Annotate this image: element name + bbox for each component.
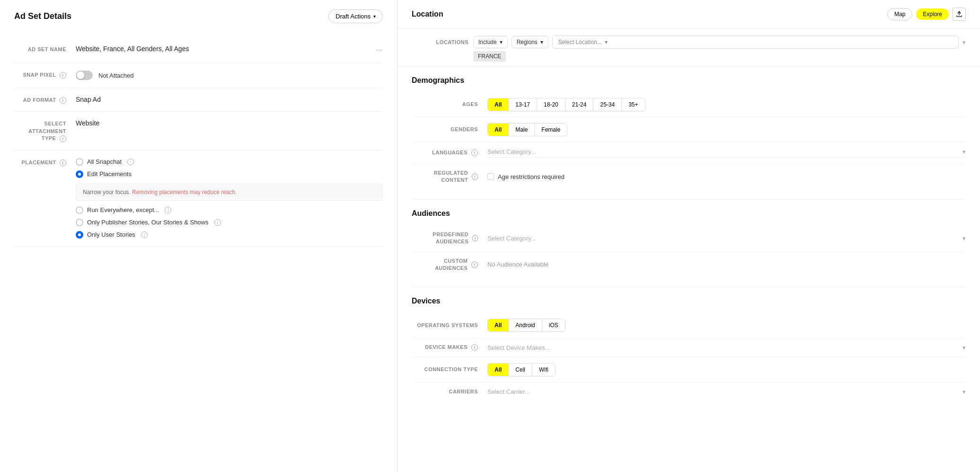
attachment-type-row: SELECT ATTACHMENT TYPE i Website bbox=[14, 112, 383, 150]
left-panel: Ad Set Details Draft Actions ▾ AD SET NA… bbox=[0, 0, 397, 472]
attachment-type-info-icon[interactable]: i bbox=[60, 135, 66, 142]
languages-placeholder[interactable]: Select Category... bbox=[487, 148, 536, 155]
attachment-type-label: SELECT ATTACHMENT TYPE i bbox=[14, 119, 76, 142]
connection-wifi-btn[interactable]: Wifi bbox=[532, 364, 555, 376]
user-stories-label: Only User Stories bbox=[87, 231, 135, 238]
connection-type-label: CONNECTION TYPE bbox=[412, 366, 487, 373]
age-13-17-btn[interactable]: 13-17 bbox=[509, 98, 537, 111]
predefined-chevron-icon: ▾ bbox=[962, 235, 966, 242]
custom-audiences-label: CUSTOM AUDIENCES i bbox=[412, 258, 487, 272]
placement-sub-options: Run Everywhere, except... i Only Publish… bbox=[76, 206, 383, 239]
explore-button[interactable]: Explore bbox=[916, 9, 949, 20]
placement-all-snapchat[interactable]: All Snapchat i bbox=[76, 158, 383, 166]
chevron-down-icon: ▾ bbox=[373, 14, 376, 19]
gender-female-btn[interactable]: Female bbox=[535, 124, 567, 136]
snap-pixel-info-icon[interactable]: i bbox=[60, 72, 66, 79]
languages-label: LANGUAGES i bbox=[412, 149, 487, 156]
connection-type-row: CONNECTION TYPE All Cell Wifi bbox=[412, 357, 966, 383]
right-panel: Location Map Explore LOCATIONS Include ▾ bbox=[397, 0, 980, 472]
genders-btn-group: All Male Female bbox=[487, 123, 567, 136]
devices-title: Devices bbox=[412, 297, 966, 305]
age-18-20-btn[interactable]: 18-20 bbox=[537, 98, 565, 111]
connection-type-btn-group: All Cell Wifi bbox=[487, 363, 556, 376]
connection-cell-btn[interactable]: Cell bbox=[509, 364, 532, 376]
age-restriction-checkbox-item[interactable]: Age restrictions required bbox=[487, 173, 565, 180]
all-snapchat-info-icon[interactable]: i bbox=[127, 159, 134, 165]
location-section: Location Map Explore LOCATIONS Include ▾ bbox=[397, 0, 980, 67]
ages-row: AGES All 13-17 18-20 21-24 25-34 35+ bbox=[412, 92, 966, 117]
connection-all-btn[interactable]: All bbox=[488, 364, 509, 376]
placement-user-stories[interactable]: Only User Stories i bbox=[76, 231, 383, 239]
predefined-audiences-label: PREDEFINED AUDIENCES i bbox=[412, 231, 487, 246]
publisher-stories-label: Only Publisher Stories, Our Stories & Sh… bbox=[87, 219, 209, 226]
ad-set-name-more[interactable]: ··· bbox=[376, 45, 383, 55]
panel-header: Ad Set Details Draft Actions ▾ bbox=[14, 9, 383, 23]
custom-audiences-info-icon[interactable]: i bbox=[471, 261, 478, 268]
placement-publisher-stories[interactable]: Only Publisher Stories, Our Stories & Sh… bbox=[76, 219, 383, 226]
location-header: Location Map Explore bbox=[397, 0, 980, 29]
location-actions: Map Explore bbox=[887, 8, 966, 21]
os-ios-btn[interactable]: iOS bbox=[542, 319, 565, 331]
gender-male-btn[interactable]: Male bbox=[509, 124, 535, 136]
export-icon bbox=[956, 11, 962, 18]
include-chevron-icon: ▾ bbox=[500, 39, 503, 45]
radio-user-stories bbox=[76, 231, 83, 239]
ad-format-info-icon[interactable]: i bbox=[60, 97, 66, 104]
age-35-plus-btn[interactable]: 35+ bbox=[622, 98, 645, 111]
include-dropdown[interactable]: Include ▾ bbox=[473, 36, 508, 48]
os-all-btn[interactable]: All bbox=[488, 319, 509, 331]
device-makes-info-icon[interactable]: i bbox=[471, 344, 478, 351]
predefined-audiences-info-icon[interactable]: i bbox=[472, 235, 478, 241]
carriers-row: CARRIERS Select Carrier... ▾ bbox=[412, 383, 966, 401]
genders-row: GENDERS All Male Female bbox=[412, 117, 966, 142]
placement-warning-highlight: Removing placements may reduce reach. bbox=[132, 189, 237, 196]
genders-label: GENDERS bbox=[412, 126, 487, 133]
demographics-section: Demographics AGES All 13-17 18-20 21-24 … bbox=[412, 67, 966, 200]
placement-edit-placements[interactable]: Edit Placements bbox=[76, 170, 383, 178]
regulated-content-info-icon[interactable]: i bbox=[472, 173, 478, 180]
carriers-label: CARRIERS bbox=[412, 388, 487, 395]
regions-dropdown[interactable]: Regions ▾ bbox=[512, 36, 548, 48]
languages-row: LANGUAGES i Select Category... ▾ bbox=[412, 142, 966, 164]
carriers-placeholder[interactable]: Select Carrier... bbox=[487, 388, 530, 395]
draft-actions-button[interactable]: Draft Actions ▾ bbox=[328, 9, 383, 23]
placement-row: PLACEMENT i All Snapchat i Edit Placemen… bbox=[14, 151, 383, 247]
location-expand-icon[interactable]: ▾ bbox=[962, 39, 966, 46]
carriers-chevron-icon: ▾ bbox=[962, 388, 966, 395]
snap-pixel-value: Not Attached bbox=[76, 71, 383, 80]
location-chevron-icon: ▾ bbox=[605, 39, 608, 45]
device-makes-label: DEVICE MAKES i bbox=[412, 344, 487, 351]
placement-edit-placements-label: Edit Placements bbox=[87, 170, 132, 178]
radio-edit-placements bbox=[76, 170, 83, 178]
predefined-audiences-row: PREDEFINED AUDIENCES i Select Category..… bbox=[412, 225, 966, 252]
age-restriction-checkbox[interactable] bbox=[487, 173, 494, 180]
map-button[interactable]: Map bbox=[887, 8, 912, 20]
age-25-34-btn[interactable]: 25-34 bbox=[593, 98, 622, 111]
ad-format-row: AD FORMAT i Snap Ad bbox=[14, 88, 383, 112]
carriers-value: Select Carrier... ▾ bbox=[487, 388, 966, 395]
age-21-24-btn[interactable]: 21-24 bbox=[565, 98, 594, 111]
os-android-btn[interactable]: Android bbox=[509, 319, 542, 331]
languages-info-icon[interactable]: i bbox=[471, 150, 478, 156]
placement-value: All Snapchat i Edit Placements Narrow yo… bbox=[76, 158, 383, 239]
export-button[interactable] bbox=[953, 8, 966, 21]
placement-info-icon[interactable]: i bbox=[60, 160, 66, 166]
placement-warning: Narrow your focus. Removing placements m… bbox=[76, 184, 383, 201]
snap-pixel-label: SNAP PIXEL i bbox=[14, 71, 76, 79]
user-stories-info-icon[interactable]: i bbox=[141, 232, 148, 238]
gender-all-btn[interactable]: All bbox=[488, 124, 509, 136]
radio-publisher-stories bbox=[76, 219, 83, 226]
device-makes-row: DEVICE MAKES i Select Device Makes... ▾ bbox=[412, 338, 966, 357]
snap-pixel-toggle[interactable] bbox=[76, 71, 93, 80]
device-makes-value: Select Device Makes... ▾ bbox=[487, 344, 966, 351]
placement-run-everywhere[interactable]: Run Everywhere, except... i bbox=[76, 206, 383, 214]
select-location-dropdown[interactable]: Select Location... ▾ bbox=[552, 36, 959, 49]
run-everywhere-info-icon[interactable]: i bbox=[165, 207, 171, 214]
device-makes-placeholder[interactable]: Select Device Makes... bbox=[487, 344, 550, 351]
os-value: All Android iOS bbox=[487, 319, 966, 332]
age-restriction-label: Age restrictions required bbox=[498, 173, 565, 180]
age-all-btn[interactable]: All bbox=[488, 98, 509, 111]
os-btn-group: All Android iOS bbox=[487, 319, 565, 332]
publisher-stories-info-icon[interactable]: i bbox=[214, 219, 221, 226]
predefined-audiences-placeholder[interactable]: Select Category... bbox=[487, 235, 536, 242]
